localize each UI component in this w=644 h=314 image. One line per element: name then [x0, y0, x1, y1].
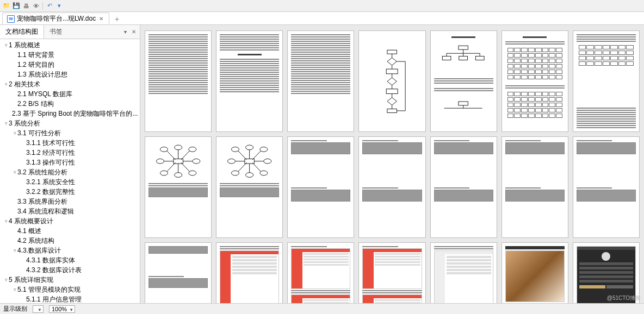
- outline-item[interactable]: 3.3 系统界面分析: [0, 197, 140, 206]
- outline-item[interactable]: 2.3 基于 Spring Boot 的宠物咖啡馆平台的...: [0, 109, 140, 118]
- page-thumbnail[interactable]: [287, 242, 354, 303]
- outline-item[interactable]: 1.1 研究背景: [0, 50, 140, 60]
- print-icon[interactable]: 🖶: [22, 2, 30, 10]
- disclosure-icon[interactable]: ▿: [12, 287, 17, 292]
- outline-label: 3.1 可行性分析: [17, 129, 61, 138]
- outline-item[interactable]: ▿5 系统详细实现: [0, 275, 140, 285]
- page-thumbnail[interactable]: [216, 30, 283, 132]
- page-thumbnail[interactable]: [216, 242, 283, 303]
- outline-item[interactable]: 4.3.2 数据库设计表: [0, 265, 140, 275]
- outline-item[interactable]: ▿3.2 系统性能分析: [0, 167, 140, 177]
- svg-point-31: [189, 147, 196, 152]
- disclosure-icon[interactable]: ▿: [3, 81, 9, 87]
- redo-icon[interactable]: ▾: [55, 2, 64, 10]
- close-icon[interactable]: ✕: [98, 16, 104, 22]
- outline-tree[interactable]: ▿1 系统概述1.1 研究背景1.2 研究目的1.3 系统设计思想▿2 相关技术…: [0, 39, 140, 303]
- save-icon[interactable]: 💾: [12, 2, 21, 10]
- outline-item[interactable]: 3.4 系统流程和逻辑: [0, 206, 140, 216]
- svg-point-33: [193, 159, 200, 164]
- svg-rect-8: [387, 89, 398, 93]
- svg-point-50: [264, 159, 271, 164]
- outline-label: 2.3 基于 Spring Boot 的宠物咖啡馆平台的...: [12, 109, 138, 118]
- status-bar: 显示级别 ▼ 100% ▼: [0, 303, 644, 314]
- page-thumbnail[interactable]: [573, 136, 640, 238]
- page-thumbnail[interactable]: [430, 136, 497, 238]
- page-thumbnail[interactable]: [145, 242, 212, 303]
- outline-item[interactable]: ▿5.1 管理员模块的实现: [0, 285, 140, 294]
- disclosure-icon[interactable]: ▿: [3, 218, 9, 224]
- outline-label: 4.3.1 数据库实体: [26, 256, 75, 265]
- svg-point-47: [246, 145, 253, 150]
- outline-item[interactable]: 1.2 研究目的: [0, 60, 140, 70]
- page-thumbnail[interactable]: [287, 136, 354, 238]
- svg-rect-12: [387, 109, 397, 112]
- outline-label: 5 系统详细实现: [9, 275, 53, 285]
- outline-item[interactable]: 4.2 系统结构: [0, 236, 140, 246]
- outline-item[interactable]: 2.1 MYSQL 数据库: [0, 89, 140, 99]
- document-tabbar: W 宠物咖啡馆平台...现LW.doc ✕ +: [0, 12, 644, 25]
- svg-line-54: [238, 150, 247, 160]
- outline-item[interactable]: 3.1.3 操作可行性: [0, 158, 140, 167]
- outline-item[interactable]: 3.2.1 系统安全性: [0, 177, 140, 187]
- outline-label: 3.2.2 数据完整性: [26, 187, 75, 197]
- page-thumbnail[interactable]: [430, 30, 497, 132]
- svg-marker-10: [387, 97, 397, 105]
- page-preview-area[interactable]: [140, 25, 644, 303]
- display-level-select[interactable]: ▼: [33, 306, 44, 312]
- outline-label: 4.3.2 数据库设计表: [26, 266, 82, 275]
- outline-item[interactable]: 4.1 概述: [0, 226, 140, 236]
- undo-icon[interactable]: ↶: [45, 2, 54, 10]
- outline-label: 2.1 MYSQL 数据库: [17, 90, 72, 99]
- page-thumbnail[interactable]: [573, 30, 640, 132]
- open-icon[interactable]: 📁: [2, 2, 11, 10]
- disclosure-icon[interactable]: ▿: [3, 42, 9, 48]
- outline-item[interactable]: ▿3.1 可行性分析: [0, 128, 140, 138]
- page-thumbnail[interactable]: [358, 136, 425, 238]
- svg-point-34: [160, 171, 168, 175]
- page-thumbnail[interactable]: [501, 242, 568, 303]
- tab-document-outline[interactable]: 文档结构图: [0, 25, 44, 39]
- page-thumbnail[interactable]: [430, 242, 497, 303]
- zoom-select[interactable]: 100% ▼: [49, 306, 75, 312]
- print-preview-icon[interactable]: 👁: [32, 2, 40, 10]
- page-thumbnail[interactable]: [287, 30, 354, 132]
- outline-item[interactable]: ▿3 系统分析: [0, 118, 140, 128]
- svg-line-56: [252, 150, 261, 160]
- page-thumbnail[interactable]: [145, 136, 212, 238]
- svg-point-49: [228, 159, 236, 164]
- disclosure-icon[interactable]: ▿: [12, 169, 17, 175]
- disclosure-icon[interactable]: ▿: [12, 248, 17, 253]
- svg-rect-16: [459, 46, 468, 50]
- page-thumbnail[interactable]: [216, 136, 283, 238]
- disclosure-icon[interactable]: ▿: [3, 277, 9, 282]
- outline-item[interactable]: 3.2.2 数据完整性: [0, 187, 140, 197]
- outline-item[interactable]: ▿4 系统概要设计: [0, 216, 140, 226]
- add-tab-button[interactable]: +: [112, 14, 122, 24]
- page-thumbnail[interactable]: [358, 242, 425, 303]
- display-level-label: 显示级别: [3, 305, 27, 313]
- page-thumbnail[interactable]: [358, 30, 425, 132]
- outline-item[interactable]: ▿2 相关技术: [0, 79, 140, 89]
- disclosure-icon[interactable]: ▿: [3, 121, 9, 126]
- page-thumbnail[interactable]: [145, 30, 212, 132]
- outline-item[interactable]: ▿4.3.数据库设计: [0, 246, 140, 255]
- page-thumbnail[interactable]: [501, 136, 568, 238]
- outline-item[interactable]: 5.1.1 用户信息管理: [0, 294, 140, 303]
- page-grid: [145, 30, 640, 303]
- page-thumbnail[interactable]: [501, 30, 568, 132]
- outline-item[interactable]: 2.2 B/S 结构: [0, 99, 140, 109]
- svg-rect-0: [387, 50, 397, 54]
- sidebar-close-icon[interactable]: ✕: [130, 28, 138, 36]
- tab-bookmarks[interactable]: 书签: [44, 25, 68, 39]
- svg-marker-2: [387, 58, 397, 65]
- sidebar-menu-icon[interactable]: ▾: [121, 28, 129, 36]
- outline-item[interactable]: 4.3.1 数据库实体: [0, 255, 140, 265]
- outline-item[interactable]: 1.3 系统设计思想: [0, 70, 140, 79]
- outline-item[interactable]: 3.1.2 经济可行性: [0, 148, 140, 158]
- tab-label: 宠物咖啡馆平台...现LW.doc: [17, 14, 96, 23]
- outline-item[interactable]: 3.1.1 技术可行性: [0, 138, 140, 148]
- outline-item[interactable]: ▿1 系统概述: [0, 40, 140, 50]
- outline-label: 3.2 系统性能分析: [17, 168, 67, 177]
- disclosure-icon[interactable]: ▿: [12, 130, 17, 136]
- document-tab[interactable]: W 宠物咖啡馆平台...现LW.doc ✕: [2, 12, 109, 24]
